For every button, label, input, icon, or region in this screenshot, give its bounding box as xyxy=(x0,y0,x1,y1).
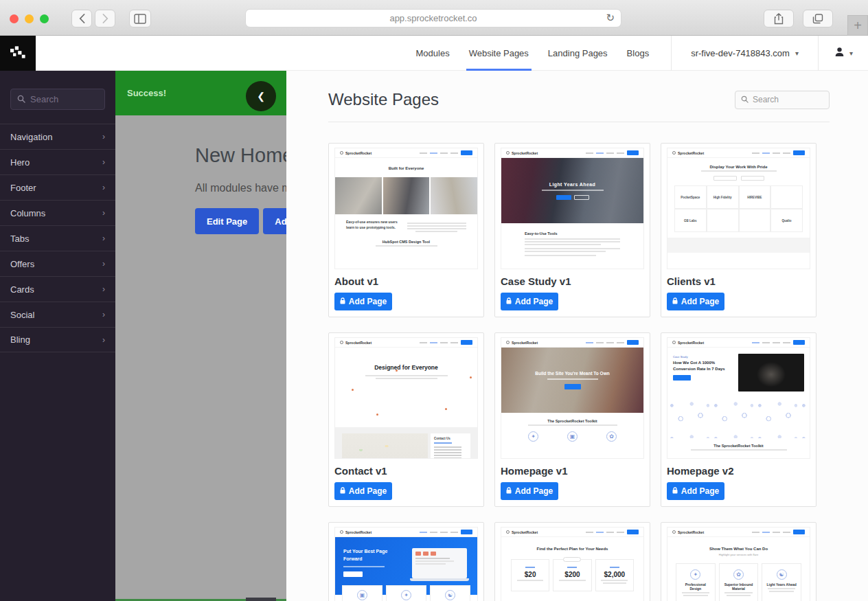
browser-chrome: app.sprocketrocket.co ↻ + xyxy=(0,0,868,36)
add-another-button[interactable]: Add A xyxy=(263,208,286,234)
back-button[interactable] xyxy=(71,10,92,27)
new-tab-button[interactable]: + xyxy=(847,15,868,36)
chevron-right-icon: › xyxy=(102,310,105,319)
template-name: Clients v1 xyxy=(667,275,810,287)
user-menu[interactable]: ▾ xyxy=(818,36,868,71)
doodle-pattern xyxy=(667,396,810,438)
video-thumbnail xyxy=(738,354,804,392)
add-page-button[interactable]: Add Page xyxy=(667,293,724,310)
back-icon xyxy=(79,14,85,23)
sidebar-item-footer[interactable]: Footer› xyxy=(0,174,115,200)
chevron-right-icon: › xyxy=(102,208,105,218)
add-page-button[interactable]: Add Page xyxy=(334,293,392,310)
add-page-button[interactable]: Add Page xyxy=(667,482,724,500)
sidebar-item-tabs[interactable]: Tabs› xyxy=(0,225,115,251)
reload-icon[interactable]: ↻ xyxy=(606,12,615,24)
lock-icon xyxy=(506,297,512,306)
feature-icon: ▣ xyxy=(357,590,367,600)
url-bar[interactable]: app.sprocketrocket.co ↻ xyxy=(245,9,621,27)
template-thumbnail: SprocketRocket Find the Perfect Plan for… xyxy=(501,527,644,601)
service-icon: ☯ xyxy=(777,569,787,580)
sidebar-item-offers[interactable]: Offers› xyxy=(0,251,115,276)
domain-selector[interactable]: sr-five-dev-7418843.com ▾ xyxy=(671,36,818,71)
feature-icon: ✦ xyxy=(401,590,411,600)
search-icon xyxy=(741,93,749,106)
lock-icon xyxy=(506,486,512,496)
editor-panel: Success! ❮ New Home P All modules have m… xyxy=(115,71,286,601)
chevron-right-icon: › xyxy=(102,234,105,243)
nav-blogs[interactable]: Blogs xyxy=(627,36,650,71)
chevron-right-icon: › xyxy=(102,157,105,167)
forward-button[interactable] xyxy=(95,10,115,27)
map-thumbnail xyxy=(342,433,428,459)
chevron-left-icon: ❮ xyxy=(257,91,265,102)
add-page-button[interactable]: Add Page xyxy=(501,482,558,500)
sidebar-item-social[interactable]: Social› xyxy=(0,302,115,327)
success-toast: Success! ❮ xyxy=(115,71,286,115)
template-name: About v1 xyxy=(334,275,478,287)
sidebar-toggle-button[interactable] xyxy=(129,10,151,27)
template-name: Case Study v1 xyxy=(501,275,644,287)
toolkit-icon: ▣ xyxy=(567,431,578,442)
page-title: Website Pages xyxy=(328,90,439,109)
chevron-right-icon: › xyxy=(102,132,105,141)
sidebar-item-hero[interactable]: Hero› xyxy=(0,149,115,174)
domain-label: sr-five-dev-7418843.com xyxy=(691,48,790,58)
nav-website-pages[interactable]: Website Pages xyxy=(469,36,529,71)
sidebar-search-input[interactable] xyxy=(30,94,99,104)
template-card-row3-2: SprocketRocket Find the Perfect Plan for… xyxy=(494,522,650,601)
modal-title: New Home P xyxy=(195,144,286,167)
template-thumbnail: SprocketRocket Build the Site You're Mea… xyxy=(501,337,644,459)
edit-page-button[interactable]: Edit Page xyxy=(195,208,259,234)
template-name: Contact v1 xyxy=(334,465,478,477)
sidebar-item-cards[interactable]: Cards› xyxy=(0,276,115,302)
template-name: Homepage v2 xyxy=(667,465,810,477)
template-grid: SprocketRocket Built for Everyone Easy-o… xyxy=(328,143,816,601)
collapse-panel-button[interactable]: ❮ xyxy=(246,81,276,111)
template-thumbnail: SprocketRocket Case Study How We Got A 1… xyxy=(667,337,810,459)
template-card-homepage-v2: SprocketRocket Case Study How We Got A 1… xyxy=(661,332,816,507)
template-card-homepage-v1: SprocketRocket Build the Site You're Mea… xyxy=(494,332,650,507)
service-icon: ✦ xyxy=(690,569,700,580)
chevron-down-icon: ▾ xyxy=(795,49,799,57)
template-thumbnail: SprocketRocket Built for Everyone Easy-o… xyxy=(334,148,478,269)
sidebar-item-bling[interactable]: Bling› xyxy=(0,327,115,352)
lock-icon xyxy=(340,297,345,306)
service-icon: ✿ xyxy=(733,569,744,580)
minimize-window-button[interactable] xyxy=(25,14,34,23)
template-thumbnail: SprocketRocket Designed for Everyone xyxy=(334,337,478,459)
template-card-row3-1: SprocketRocket Put Your Best Page Forwar… xyxy=(328,522,484,601)
modal-body-text: All modules have ma xyxy=(195,182,286,194)
template-name: Homepage v1 xyxy=(501,465,644,477)
user-icon xyxy=(834,46,845,60)
sidebar-search[interactable] xyxy=(10,89,105,110)
chevron-right-icon: › xyxy=(102,183,105,192)
nav-landing-pages[interactable]: Landing Pages xyxy=(548,36,608,71)
chevron-right-icon: › xyxy=(102,284,105,294)
editor-bottom-handle xyxy=(246,598,276,601)
pages-search[interactable] xyxy=(735,91,830,109)
template-thumbnail: SprocketRocket Display Your Work With Pr… xyxy=(667,148,810,269)
close-window-button[interactable] xyxy=(10,14,19,23)
add-page-button[interactable]: Add Page xyxy=(501,293,558,310)
template-card-clients-v1: SprocketRocket Display Your Work With Pr… xyxy=(661,143,816,317)
tab-overview-button[interactable] xyxy=(803,10,833,27)
template-card-row3-3: SprocketRocket Show Them What You Can Do… xyxy=(661,522,816,601)
nav-modules[interactable]: Modules xyxy=(416,36,450,71)
zoom-window-button[interactable] xyxy=(40,14,49,23)
share-button[interactable] xyxy=(764,10,794,27)
divider xyxy=(328,122,830,122)
forward-icon xyxy=(102,14,108,23)
url-text: app.sprocketrocket.co xyxy=(389,13,477,23)
sprocketrocket-logo-icon[interactable] xyxy=(0,36,36,71)
feature-icon: ☯ xyxy=(445,590,455,600)
pages-search-input[interactable] xyxy=(753,95,818,104)
traffic-lights xyxy=(10,14,49,23)
app-nav: Modules Website Pages Landing Pages Blog… xyxy=(416,36,868,71)
template-thumbnail: SprocketRocket Light Years Ahead Easy-to… xyxy=(501,148,644,269)
add-page-button[interactable]: Add Page xyxy=(334,482,392,500)
sidebar-item-columns[interactable]: Columns› xyxy=(0,200,115,225)
screen: app.sprocketrocket.co ↻ + Modules Websit… xyxy=(0,0,868,601)
sidebar-item-navigation[interactable]: Navigation› xyxy=(0,124,115,149)
chevron-down-icon: ▾ xyxy=(849,49,853,57)
